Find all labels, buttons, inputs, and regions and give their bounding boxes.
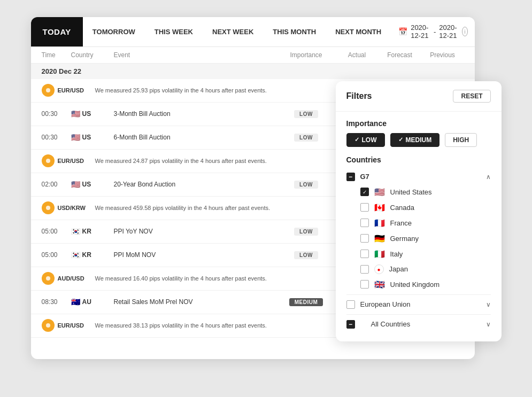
importance-badge: MEDIUM xyxy=(289,298,323,306)
event-importance: MEDIUM xyxy=(277,298,336,306)
all-countries-label: All Countries xyxy=(371,320,481,328)
pair-label: AUD/USD xyxy=(58,275,95,282)
de-checkbox[interactable] xyxy=(360,234,369,243)
g7-group-header[interactable]: − G7 ∧ xyxy=(346,169,491,184)
low-label: LOW xyxy=(362,136,377,144)
country-flag: 🇺🇸 xyxy=(71,180,80,189)
country-flag: 🇺🇸 xyxy=(71,110,80,118)
us-checkbox[interactable]: ✓ xyxy=(360,188,369,196)
us-name: United States xyxy=(390,188,432,196)
event-importance: LOW xyxy=(277,110,336,118)
nav-next-month[interactable]: NEXT MONTH xyxy=(326,17,391,46)
pair-icon xyxy=(42,154,55,167)
check-icon: ✓ xyxy=(354,136,359,143)
pair-icon xyxy=(42,84,55,97)
importance-high-button[interactable]: HIGH xyxy=(445,133,477,147)
event-country: 🇰🇷 KR xyxy=(71,251,114,259)
nav-this-week[interactable]: THIS WEEK xyxy=(145,17,203,46)
it-checkbox[interactable] xyxy=(360,250,369,258)
check-icon: ✓ xyxy=(363,189,367,195)
pair-label: EUR/USD xyxy=(58,322,95,329)
country-flag: 🇰🇷 xyxy=(71,251,80,259)
date-from: 2020-12-21 xyxy=(411,24,430,40)
importance-medium-button[interactable]: ✓ MEDIUM xyxy=(390,133,440,147)
event-importance: LOW xyxy=(277,181,336,189)
country-item-de[interactable]: 🇩🇪 Germany xyxy=(346,231,491,246)
event-name: 20-Year Bond Auction xyxy=(114,181,277,188)
event-time: 00:30 xyxy=(42,110,71,118)
country-item-fr[interactable]: 🇫🇷 France xyxy=(346,215,491,231)
info-icon[interactable]: i xyxy=(462,27,468,36)
importance-badge: LOW xyxy=(294,181,318,189)
country-code: KR xyxy=(82,228,91,235)
importance-low-button[interactable]: ✓ LOW xyxy=(346,133,385,147)
calendar-icon: 📅 xyxy=(398,27,407,36)
filters-title: Filters xyxy=(346,91,372,101)
ca-checkbox[interactable] xyxy=(360,203,369,212)
date-range[interactable]: 📅 2020-12-21 - 2020-12-21 i xyxy=(391,24,474,40)
th-time: Time xyxy=(42,51,71,59)
country-code: KR xyxy=(82,251,91,259)
country-item-ca[interactable]: 🇨🇦 Canada xyxy=(346,200,491,215)
uk-checkbox[interactable] xyxy=(360,280,369,289)
svg-point-4 xyxy=(46,323,50,328)
it-flag: 🇮🇹 xyxy=(374,249,385,259)
reset-button[interactable]: RESET xyxy=(453,90,490,103)
country-item-us[interactable]: ✓ 🇺🇸 United States xyxy=(346,184,491,200)
th-importance: Importance xyxy=(277,51,336,59)
th-previous: Previous xyxy=(421,51,464,59)
filters-body: Importance ✓ LOW ✓ MEDIUM HIGH Countries xyxy=(336,112,502,341)
chevron-down-icon: ∨ xyxy=(486,301,491,308)
country-code: AU xyxy=(82,298,91,306)
importance-section-title: Importance xyxy=(346,119,491,128)
importance-badge: LOW xyxy=(294,110,318,118)
pair-icon xyxy=(42,272,55,285)
nav-bar: TODAY TOMORROW THIS WEEK NEXT WEEK THIS … xyxy=(31,17,475,47)
event-name: 6-Month Bill Auction xyxy=(114,134,277,141)
event-importance: LOW xyxy=(277,134,336,142)
ca-name: Canada xyxy=(390,204,415,212)
eu-label: European Union xyxy=(360,300,481,308)
all-countries-checkbox[interactable]: − xyxy=(346,320,355,329)
importance-badge: LOW xyxy=(294,251,318,259)
us-flag: 🇺🇸 xyxy=(374,187,385,197)
date-separator: - xyxy=(434,28,436,36)
european-union-row[interactable]: European Union ∨ xyxy=(346,294,491,314)
g7-label: G7 xyxy=(360,173,486,181)
nav-today[interactable]: TODAY xyxy=(31,17,83,46)
event-importance: LOW xyxy=(277,228,336,236)
event-country: 🇺🇸 US xyxy=(71,180,114,189)
country-code: US xyxy=(82,110,91,118)
eu-checkbox[interactable] xyxy=(346,300,355,309)
chevron-down-icon: ∨ xyxy=(486,321,491,328)
country-item-it[interactable]: 🇮🇹 Italy xyxy=(346,246,491,262)
th-forecast: Forecast xyxy=(379,51,421,59)
country-item-jp[interactable]: ● Japan xyxy=(346,262,491,277)
nav-next-week[interactable]: NEXT WEEK xyxy=(203,17,263,46)
jp-name: Japan xyxy=(389,265,408,273)
svg-point-1 xyxy=(46,159,50,163)
all-countries-row[interactable]: − All Countries ∨ xyxy=(346,314,491,334)
country-flag: 🇦🇺 xyxy=(71,298,80,306)
country-item-uk[interactable]: 🇬🇧 United Kingdom xyxy=(346,277,491,292)
nav-tomorrow[interactable]: TOMORROW xyxy=(83,17,145,46)
country-flag: 🇰🇷 xyxy=(71,227,80,236)
de-flag: 🇩🇪 xyxy=(374,233,385,244)
event-country: 🇺🇸 US xyxy=(71,110,114,118)
de-name: Germany xyxy=(390,235,419,243)
ca-flag: 🇨🇦 xyxy=(374,203,385,213)
filters-panel: Filters RESET Importance ✓ LOW ✓ MEDIUM … xyxy=(336,81,502,341)
nav-this-month[interactable]: THIS MONTH xyxy=(263,17,326,46)
it-name: Italy xyxy=(390,250,403,258)
importance-badge: LOW xyxy=(294,134,318,142)
svg-point-3 xyxy=(46,276,50,281)
pair-label: EUR/USD xyxy=(58,87,95,94)
high-label: HIGH xyxy=(453,136,469,144)
fr-name: France xyxy=(390,219,412,227)
jp-flag: ● xyxy=(374,264,384,274)
country-flag: 🇺🇸 xyxy=(71,133,80,142)
jp-checkbox[interactable] xyxy=(360,265,369,274)
fr-checkbox[interactable] xyxy=(360,219,369,227)
country-code: US xyxy=(82,181,91,188)
g7-checkbox[interactable]: − xyxy=(346,173,355,181)
